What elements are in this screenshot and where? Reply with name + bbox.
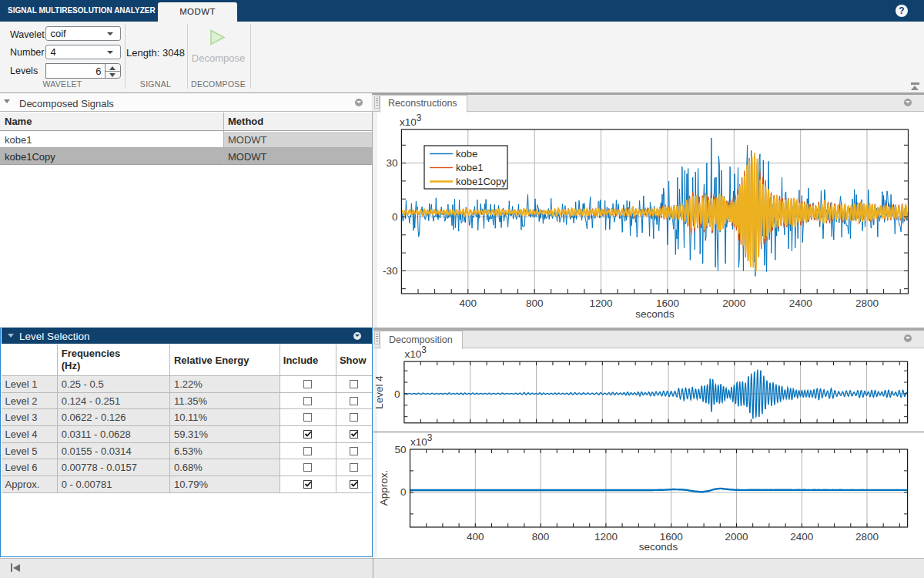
svg-text:400: 400 (467, 531, 484, 543)
svg-text:1200: 1200 (594, 531, 618, 543)
svg-text:seconds: seconds (639, 541, 678, 553)
svg-text:50: 50 (394, 444, 406, 455)
svg-text:Level 4: Level 4 (373, 375, 385, 409)
svg-text:x103: x103 (405, 344, 427, 361)
svg-text:2800: 2800 (855, 531, 879, 543)
svg-text:0: 0 (394, 388, 400, 400)
svg-text:2400: 2400 (790, 531, 813, 543)
svg-text:Approx.: Approx. (378, 470, 390, 506)
svg-text:2000: 2000 (725, 531, 748, 543)
svg-text:800: 800 (532, 531, 550, 543)
svg-text:0: 0 (400, 486, 407, 498)
svg-text:x103: x103 (410, 432, 433, 449)
